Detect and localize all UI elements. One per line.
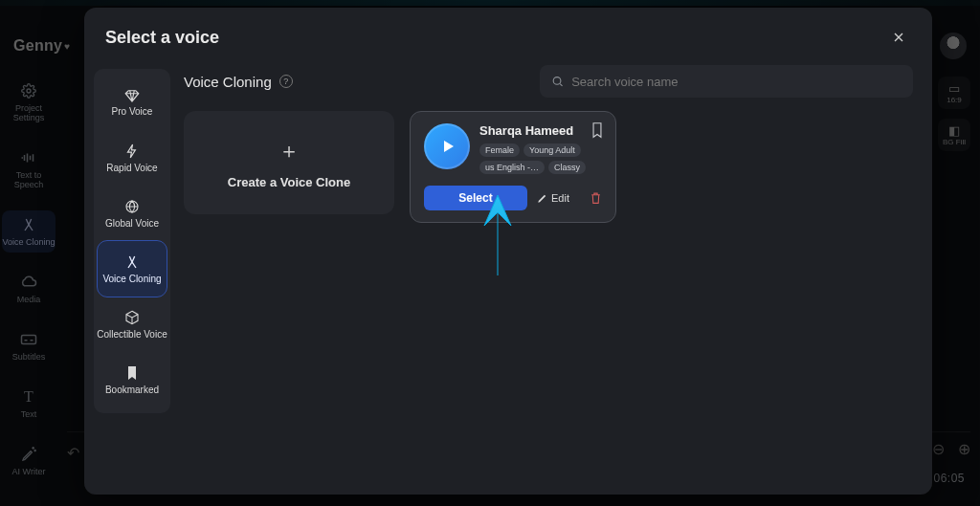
section-title-text: Voice Cloning bbox=[184, 74, 272, 90]
sidebar-collectible-voice[interactable]: Collectible Voice bbox=[94, 297, 170, 352]
search-input-wrap[interactable] bbox=[540, 65, 913, 98]
bookmark-icon bbox=[126, 365, 138, 381]
cards-row: ＋ Create a Voice Clone Sharqa Hameed bbox=[184, 111, 913, 223]
play-icon bbox=[444, 141, 454, 152]
sidebar-voice-cloning[interactable]: Voice Cloning bbox=[98, 241, 167, 297]
close-button[interactable] bbox=[886, 25, 911, 50]
edit-label: Edit bbox=[551, 192, 569, 204]
sidebar-bookmarked[interactable]: Bookmarked bbox=[94, 352, 170, 407]
voice-play-button[interactable] bbox=[424, 123, 470, 169]
modal-body: Pro Voice Rapid Voice Global Voice Voice… bbox=[84, 59, 932, 495]
sidebar-item-label: Global Voice bbox=[105, 218, 159, 229]
modal-header: Select a voice bbox=[84, 8, 932, 59]
pencil-icon bbox=[537, 193, 547, 204]
help-icon[interactable]: ? bbox=[279, 75, 293, 88]
bolt-icon bbox=[125, 143, 139, 159]
chip: us English -… bbox=[479, 161, 545, 174]
sidebar-item-label: Pro Voice bbox=[112, 106, 153, 117]
voice-sidebar: Pro Voice Rapid Voice Global Voice Voice… bbox=[84, 59, 180, 495]
sidebar-item-label: Rapid Voice bbox=[106, 163, 157, 173]
voice-card-info: Sharqa Hameed Female Young Adult us Engl… bbox=[479, 123, 602, 174]
create-voice-clone-card[interactable]: ＋ Create a Voice Clone bbox=[184, 111, 394, 214]
globe-icon bbox=[124, 199, 140, 214]
chip: Young Adult bbox=[523, 143, 581, 157]
search-container bbox=[540, 65, 913, 98]
delete-button[interactable] bbox=[590, 191, 602, 205]
cube-icon bbox=[124, 310, 140, 325]
bookmark-icon bbox=[590, 121, 604, 139]
voice-clone-icon bbox=[124, 254, 140, 270]
voice-card-top: Sharqa Hameed Female Young Adult us Engl… bbox=[424, 123, 602, 174]
sidebar-item-label: Collectible Voice bbox=[97, 329, 167, 340]
modal-title: Select a voice bbox=[105, 28, 219, 48]
modal-content: Voice Cloning ? ＋ Create a Voice Clone bbox=[180, 59, 932, 495]
app-root: Genny♥ t Project Settings Text to Speech… bbox=[0, 0, 980, 506]
voice-card-actions: Select Edit bbox=[424, 186, 602, 210]
plus-icon: ＋ bbox=[278, 137, 300, 165]
bookmark-button[interactable] bbox=[590, 121, 604, 139]
section-header: Voice Cloning ? bbox=[184, 65, 913, 98]
sidebar-item-label: Bookmarked bbox=[105, 385, 159, 395]
sidebar-item-label: Voice Cloning bbox=[102, 274, 161, 284]
voice-chips: Female Young Adult us English -… Classy bbox=[479, 143, 602, 174]
voice-sidebar-top-group: Pro Voice Rapid Voice Global Voice Voice… bbox=[94, 69, 170, 413]
chip: Female bbox=[479, 143, 520, 157]
sidebar-global-voice[interactable]: Global Voice bbox=[94, 186, 170, 241]
sidebar-pro-voice[interactable]: Pro Voice bbox=[94, 75, 170, 130]
chip: Classy bbox=[548, 161, 586, 174]
search-icon bbox=[551, 75, 564, 88]
select-button[interactable]: Select bbox=[424, 186, 527, 210]
search-input[interactable] bbox=[571, 75, 902, 89]
diamond-icon bbox=[123, 89, 141, 102]
close-icon bbox=[891, 30, 906, 45]
voice-card: Sharqa Hameed Female Young Adult us Engl… bbox=[410, 111, 616, 223]
select-voice-modal: Select a voice Pro Voice Rapid Voice bbox=[84, 8, 932, 495]
svg-point-3 bbox=[553, 77, 561, 85]
trash-icon bbox=[590, 191, 602, 205]
section-title: Voice Cloning ? bbox=[184, 74, 293, 90]
edit-button[interactable]: Edit bbox=[537, 192, 569, 204]
sidebar-rapid-voice[interactable]: Rapid Voice bbox=[94, 130, 170, 186]
voice-name: Sharqa Hameed bbox=[479, 123, 602, 138]
create-card-label: Create a Voice Clone bbox=[228, 175, 350, 189]
